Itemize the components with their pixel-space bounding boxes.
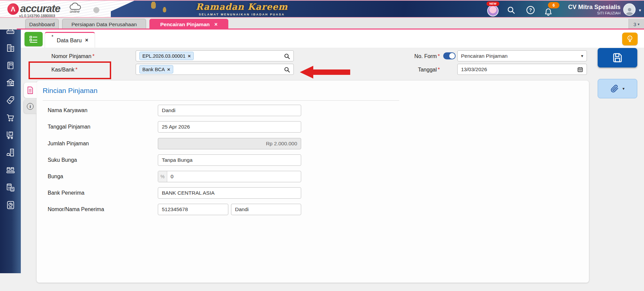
svg-text:TAX: TAX (7, 184, 11, 186)
nomor-penerima-input[interactable]: 512345678 (158, 204, 228, 215)
bunga-input[interactable]: % 0 (158, 171, 301, 182)
chip-text: Bank BCA (142, 67, 165, 72)
bank-icon (6, 78, 15, 87)
tab-label: Pencairan Pinjaman (160, 21, 210, 28)
account-info[interactable]: CV Mitra Spesialis SITI FAUZIAH (554, 3, 620, 15)
no-form-label: No. Form* (396, 53, 440, 59)
selected-option: Pencairan Pinjaman (461, 53, 508, 59)
required-marker: * (438, 67, 440, 72)
bank-penerima-input[interactable]: BANK CENTRAL ASIA (158, 187, 301, 199)
document-icon (27, 86, 34, 94)
sidebar-item-ledger[interactable] (5, 60, 16, 70)
suku-bunga-input[interactable]: Tanpa Bunga (158, 154, 301, 166)
field-value: 25 Apr 2026 (162, 124, 190, 130)
price-tag-rp-icon: Rp (6, 96, 15, 105)
chevron-down-icon: ▾ (581, 53, 583, 58)
person-icon (625, 7, 634, 15)
account-menu-chevron[interactable]: ▾ (637, 7, 643, 13)
brand-wordmark: accurate (20, 3, 60, 15)
doc-tab-data-baru[interactable]: * Data Baru × (45, 32, 95, 48)
field-value: Rp 2.000.000 (266, 141, 297, 147)
assistant-avatar[interactable] (487, 5, 499, 16)
sidebar-item-inventory[interactable] (5, 130, 16, 140)
lantern-icon (151, 3, 156, 9)
tax-calculator-icon: TAX (6, 183, 15, 192)
search-icon[interactable] (284, 53, 290, 59)
remove-chip-icon[interactable]: × (188, 53, 191, 59)
notifications-button[interactable] (543, 7, 553, 17)
search-icon[interactable] (284, 66, 290, 73)
app-version: v1.0.1#3790-1880003 (19, 14, 55, 18)
help-button[interactable]: ? (525, 5, 536, 15)
field-label: Nama Karyawan (48, 107, 158, 113)
chevron-down-icon[interactable]: ▾ (623, 86, 625, 91)
field-value: Tanpa Bunga (162, 157, 192, 163)
field-value: Dandi (162, 107, 176, 113)
tanggal-input[interactable]: 13/03/2026 (457, 64, 587, 75)
hand-truck-icon (6, 131, 15, 140)
sidebar-item-purchases[interactable] (5, 113, 16, 123)
decorative-dot (93, 7, 99, 13)
list-icon (29, 35, 38, 43)
record-list-button[interactable] (25, 32, 43, 46)
tab-label: Dashboard (29, 21, 55, 28)
label-text: Nomor Pinjaman (51, 53, 91, 59)
user-avatar[interactable] (623, 3, 636, 16)
panel-title: Rincian Pinjaman (43, 87, 97, 95)
sidebar-item-pricing[interactable]: Rp (5, 95, 16, 105)
search-icon (507, 6, 515, 14)
chip-text: EPL.2026.03.00001 (142, 53, 185, 59)
svg-text:?: ? (529, 7, 532, 13)
attachment-button[interactable]: ▾ (598, 79, 637, 98)
doc-tab-label: Data Baru (57, 37, 82, 44)
chevron-down-icon: ▾ (638, 22, 640, 27)
close-icon[interactable]: × (85, 38, 88, 43)
tab-persiapan-data-perusahaan[interactable]: Persiapan Data Perusahaan (62, 19, 146, 30)
toggle-knob (449, 53, 455, 59)
label-text: No. Form (414, 53, 437, 59)
kas-bank-chip[interactable]: Bank BCA × (139, 65, 173, 74)
nomor-pinjaman-chip[interactable]: EPL.2026.03.00001 × (139, 52, 194, 60)
global-search-button[interactable] (506, 5, 516, 15)
chevron-down-icon: ▾ (639, 8, 641, 13)
nama-penerima-input[interactable]: Dandi (231, 204, 301, 215)
field-label: Jumlah Pinjaman (48, 141, 158, 147)
no-form-type-select[interactable]: Pencairan Pinjaman ▾ (457, 50, 587, 61)
panel-tab-detail[interactable] (24, 83, 37, 98)
field-value: Dandi (235, 206, 249, 212)
pie-report-icon (6, 200, 15, 210)
panel-tab-info[interactable]: i (24, 99, 37, 113)
nomor-pinjaman-label: Nomor Pinjaman* (51, 53, 94, 59)
field-label: Bank Penerima (48, 190, 158, 196)
sidebar-item-cash-bank[interactable] (5, 78, 16, 88)
tanggal-pinjaman-input[interactable]: 25 Apr 2026 (158, 121, 301, 133)
svg-text:Rp: Rp (9, 99, 11, 102)
sidebar-item-tax[interactable]: TAX (5, 183, 16, 192)
tanggal-label: Tanggal* (396, 67, 440, 73)
field-value: 512345678 (162, 206, 188, 212)
kas-bank-input[interactable]: Bank BCA × (136, 64, 294, 75)
sidebar-item-company[interactable] (5, 43, 16, 53)
remove-chip-icon[interactable]: × (167, 66, 170, 72)
module-tab-bar: Dashboard Persiapan Data Perusahaan Penc… (0, 18, 644, 30)
quick-tips-button[interactable]: ! (622, 33, 638, 45)
save-icon (612, 52, 623, 63)
field-label: Nomor/Nama Penerima (48, 206, 158, 212)
tab-dashboard[interactable]: Dashboard (25, 19, 59, 30)
tab-label: Persiapan Data Perusahaan (72, 21, 137, 28)
save-button[interactable] (598, 48, 637, 67)
tab-overflow-button[interactable]: 3 ▾ (629, 19, 644, 30)
percent-prefix: % (158, 171, 167, 182)
required-marker: * (438, 53, 440, 59)
paperclip-icon (610, 84, 619, 93)
nomor-pinjaman-input[interactable]: EPL.2026.03.00001 × (136, 50, 294, 61)
sidebar-item-reports[interactable] (5, 200, 16, 210)
sidebar-item-manufacturing[interactable] (5, 165, 16, 175)
close-icon[interactable]: × (214, 22, 217, 27)
sidebar-item-assets[interactable] (5, 148, 16, 157)
no-form-toggle[interactable] (443, 52, 456, 59)
tab-pencairan-pinjaman[interactable]: Pencairan Pinjaman × (149, 19, 228, 30)
calendar-icon[interactable] (577, 66, 583, 72)
nama-karyawan-input[interactable]: Dandi (158, 105, 301, 116)
accurate-logo-icon[interactable]: Λ (7, 3, 19, 15)
